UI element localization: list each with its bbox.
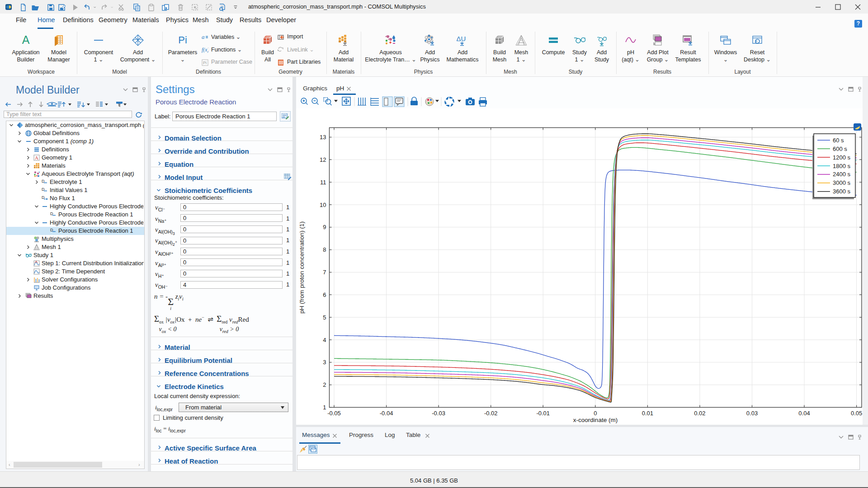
svg-text:1800 s: 1800 s <box>833 163 851 169</box>
svg-text:0.02: 0.02 <box>694 410 705 417</box>
svg-text:x-coordinate (m): x-coordinate (m) <box>573 417 618 423</box>
svg-text:0.05: 0.05 <box>851 410 862 417</box>
svg-text:12: 12 <box>320 156 326 163</box>
svg-text:0.01: 0.01 <box>642 410 653 417</box>
svg-text:2400 s: 2400 s <box>833 171 851 178</box>
svg-text:600 s: 600 s <box>833 145 847 152</box>
svg-text:pH (from proton concentration): pH (from proton concentration) (1) <box>298 221 305 314</box>
svg-text:-0.02: -0.02 <box>484 410 498 417</box>
svg-text:0: 0 <box>594 410 597 417</box>
svg-text:3600 s: 3600 s <box>833 188 851 195</box>
svg-text:13: 13 <box>320 134 326 141</box>
svg-text:0.04: 0.04 <box>798 410 810 417</box>
svg-text:10: 10 <box>320 202 326 208</box>
svg-text:9: 9 <box>323 224 326 230</box>
svg-text:-0.03: -0.03 <box>432 410 445 417</box>
svg-text:-0.04: -0.04 <box>380 410 393 417</box>
svg-text:11: 11 <box>320 179 326 186</box>
svg-text:5: 5 <box>323 314 326 321</box>
svg-text:6: 6 <box>323 291 326 298</box>
svg-text:3: 3 <box>323 359 326 366</box>
svg-text:1: 1 <box>323 404 326 411</box>
svg-text:4: 4 <box>323 337 326 343</box>
svg-text:7: 7 <box>323 269 326 276</box>
svg-text:1200 s: 1200 s <box>833 154 851 161</box>
svg-text:3000 s: 3000 s <box>833 179 851 186</box>
svg-text:60 s: 60 s <box>833 137 844 144</box>
svg-text:-0.01: -0.01 <box>536 410 550 417</box>
svg-text:8: 8 <box>323 246 326 253</box>
svg-text:-0.05: -0.05 <box>327 410 341 417</box>
svg-text:0.03: 0.03 <box>746 410 758 417</box>
svg-text:2: 2 <box>323 381 326 388</box>
